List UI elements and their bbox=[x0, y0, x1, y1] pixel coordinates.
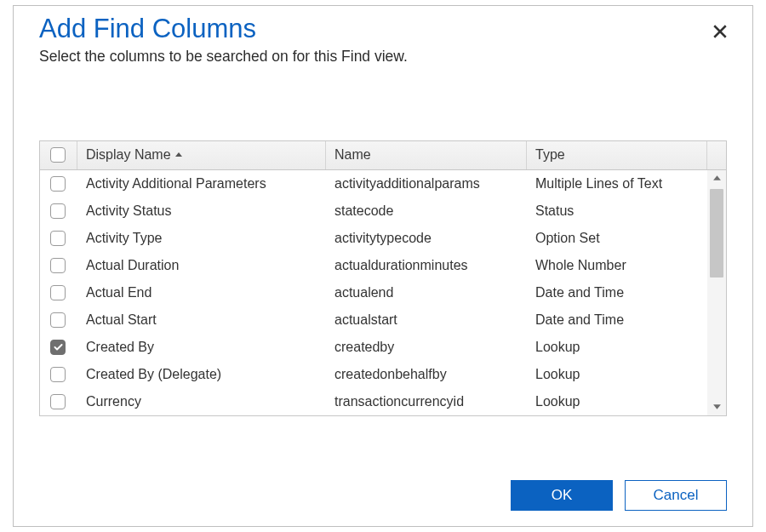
row-type: Status bbox=[527, 203, 707, 219]
header-scroll-gap bbox=[707, 141, 726, 169]
row-checkbox[interactable] bbox=[50, 176, 66, 192]
row-checkbox-cell bbox=[40, 258, 77, 273]
row-name: actualstart bbox=[326, 312, 527, 328]
row-checkbox-cell bbox=[40, 285, 77, 300]
row-type: Date and Time bbox=[527, 285, 707, 300]
close-icon bbox=[712, 24, 728, 43]
row-type: Date and Time bbox=[527, 312, 707, 328]
table-row[interactable]: Actual StartactualstartDate and Time bbox=[40, 306, 707, 334]
table-row[interactable]: Activity StatusstatecodeStatus bbox=[40, 197, 707, 225]
header-name[interactable]: Name bbox=[326, 141, 527, 169]
row-checkbox[interactable] bbox=[50, 231, 66, 246]
columns-table: Display Name Name Type Activity Addition… bbox=[39, 140, 727, 416]
row-name: transactioncurrencyid bbox=[326, 394, 527, 409]
dialog-header: Add Find Columns Select the columns to b… bbox=[39, 6, 727, 140]
row-display-name: Actual End bbox=[77, 285, 326, 300]
row-type: Whole Number bbox=[527, 258, 707, 273]
row-name: activityadditionalparams bbox=[326, 176, 527, 192]
row-name: createdby bbox=[326, 340, 527, 355]
row-checkbox-cell bbox=[40, 367, 77, 382]
row-checkbox-cell bbox=[40, 340, 77, 355]
scroll-down-button[interactable] bbox=[707, 398, 726, 415]
header-select-all[interactable] bbox=[40, 141, 77, 169]
dialog-footer: OK Cancel bbox=[39, 465, 727, 511]
row-checkbox[interactable] bbox=[50, 258, 66, 273]
row-checkbox[interactable] bbox=[50, 340, 66, 355]
triangle-up-icon bbox=[712, 171, 722, 186]
row-checkbox-cell bbox=[40, 203, 77, 219]
sort-asc-icon bbox=[174, 151, 183, 159]
row-checkbox[interactable] bbox=[50, 367, 66, 382]
close-button[interactable] bbox=[708, 21, 732, 45]
header-display-name-label: Display Name bbox=[86, 147, 171, 163]
row-type: Lookup bbox=[527, 340, 707, 355]
row-checkbox[interactable] bbox=[50, 394, 66, 409]
ok-button[interactable]: OK bbox=[511, 480, 613, 511]
row-display-name: Activity Status bbox=[77, 203, 326, 219]
table-row[interactable]: Activity Additional Parametersactivityad… bbox=[40, 170, 707, 197]
row-checkbox-cell bbox=[40, 312, 77, 328]
triangle-down-icon bbox=[712, 399, 722, 415]
row-display-name: Actual Start bbox=[77, 312, 326, 328]
row-type: Multiple Lines of Text bbox=[527, 176, 707, 192]
row-type: Option Set bbox=[527, 231, 707, 246]
row-type: Lookup bbox=[527, 394, 707, 409]
row-checkbox[interactable] bbox=[50, 285, 66, 300]
row-display-name: Created By (Delegate) bbox=[77, 367, 326, 382]
header-type[interactable]: Type bbox=[527, 141, 707, 169]
table-row[interactable]: Actual EndactualendDate and Time bbox=[40, 279, 707, 306]
table-row[interactable]: Activity TypeactivitytypecodeOption Set bbox=[40, 225, 707, 252]
row-display-name: Actual Duration bbox=[77, 258, 326, 273]
row-display-name: Currency bbox=[77, 394, 326, 409]
table-header-row: Display Name Name Type bbox=[40, 141, 726, 170]
select-all-checkbox[interactable] bbox=[50, 147, 66, 163]
row-name: actualdurationminutes bbox=[326, 258, 527, 273]
table-row[interactable]: Created By (Delegate)createdonbehalfbyLo… bbox=[40, 361, 707, 388]
table-row[interactable]: Created BycreatedbyLookup bbox=[40, 334, 707, 361]
row-type: Lookup bbox=[527, 367, 707, 382]
header-display-name[interactable]: Display Name bbox=[77, 141, 326, 169]
row-display-name: Created By bbox=[77, 340, 326, 355]
row-checkbox[interactable] bbox=[50, 312, 66, 328]
row-name: activitytypecode bbox=[326, 231, 527, 246]
scroll-up-button[interactable] bbox=[707, 170, 726, 187]
table-body: Activity Additional Parametersactivityad… bbox=[40, 170, 726, 415]
row-checkbox-cell bbox=[40, 394, 77, 409]
row-name: createdonbehalfby bbox=[326, 367, 527, 382]
cancel-button[interactable]: Cancel bbox=[625, 480, 727, 511]
header-name-label: Name bbox=[334, 147, 371, 163]
row-display-name: Activity Additional Parameters bbox=[77, 176, 326, 192]
table-row[interactable]: CurrencytransactioncurrencyidLookup bbox=[40, 388, 707, 415]
dialog-subtitle: Select the columns to be searched on for… bbox=[39, 48, 727, 66]
add-find-columns-dialog: Add Find Columns Select the columns to b… bbox=[13, 5, 753, 527]
scrollbar-thumb[interactable] bbox=[710, 189, 723, 277]
row-checkbox[interactable] bbox=[50, 203, 66, 219]
dialog-title: Add Find Columns bbox=[39, 13, 727, 46]
row-display-name: Activity Type bbox=[77, 231, 326, 246]
table-row[interactable]: Actual DurationactualdurationminutesWhol… bbox=[40, 252, 707, 279]
header-type-label: Type bbox=[535, 147, 565, 163]
scrollbar-track[interactable] bbox=[707, 170, 726, 415]
row-checkbox-cell bbox=[40, 176, 77, 192]
row-name: actualend bbox=[326, 285, 527, 300]
row-checkbox-cell bbox=[40, 231, 77, 246]
row-name: statecode bbox=[326, 203, 527, 219]
